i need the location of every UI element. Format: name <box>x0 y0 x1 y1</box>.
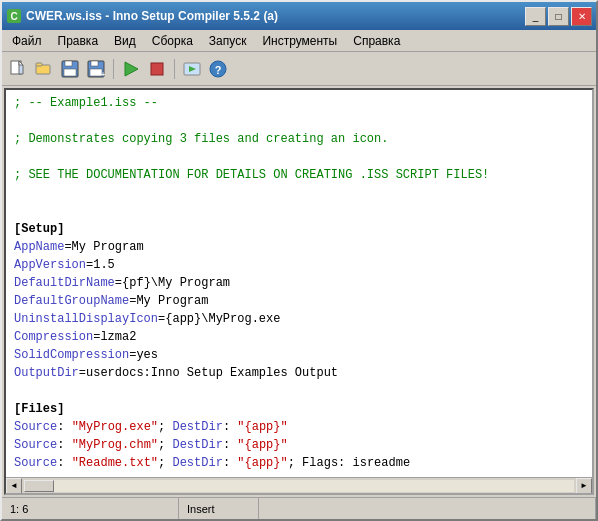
main-window: C CWER.ws.iss - Inno Setup Compiler 5.5.… <box>0 0 598 521</box>
svg-rect-8 <box>65 61 72 66</box>
line-16: OutputDir=userdocs:Inno Setup Examples O… <box>14 364 584 382</box>
menu-view[interactable]: Вид <box>106 32 144 50</box>
line-17 <box>14 382 584 400</box>
new-button[interactable] <box>6 57 30 81</box>
svg-rect-15 <box>151 63 163 75</box>
svg-text:+: + <box>101 71 105 78</box>
line-12: DefaultGroupName=My Program <box>14 292 584 310</box>
svg-rect-6 <box>36 63 42 66</box>
menu-edit[interactable]: Правка <box>50 32 107 50</box>
menu-help[interactable]: Справка <box>345 32 408 50</box>
scroll-right-button[interactable]: ► <box>576 478 592 494</box>
horizontal-scrollbar[interactable]: ◄ ► <box>6 477 592 493</box>
status-position: 1: 6 <box>2 498 179 519</box>
line-21: Source: "Readme.txt"; DestDir: "{app}"; … <box>14 454 584 472</box>
toolbar: + ? <box>2 52 596 86</box>
line-6 <box>14 184 584 202</box>
help-button[interactable]: ? <box>206 57 230 81</box>
save-button[interactable] <box>58 57 82 81</box>
svg-marker-14 <box>125 62 138 76</box>
scroll-track[interactable] <box>24 480 574 492</box>
menu-build[interactable]: Сборка <box>144 32 201 50</box>
menu-run[interactable]: Запуск <box>201 32 255 50</box>
status-bar: 1: 6 Insert <box>2 497 596 519</box>
close-button[interactable]: ✕ <box>571 7 592 26</box>
svg-text:?: ? <box>215 64 222 76</box>
window-title: CWER.ws.iss - Inno Setup Compiler 5.5.2 … <box>26 9 525 23</box>
compile-button[interactable] <box>119 57 143 81</box>
scroll-thumb[interactable] <box>24 480 54 492</box>
window-controls: _ □ ✕ <box>525 7 592 26</box>
line-10: AppVersion=1.5 <box>14 256 584 274</box>
line-8: [Setup] <box>14 220 584 238</box>
menu-file[interactable]: Файл <box>4 32 50 50</box>
line-15: SolidCompression=yes <box>14 346 584 364</box>
maximize-button[interactable]: □ <box>548 7 569 26</box>
line-4 <box>14 148 584 166</box>
run-button[interactable] <box>180 57 204 81</box>
line-5: ; SEE THE DOCUMENTATION FOR DETAILS ON C… <box>14 166 584 184</box>
app-icon: C <box>6 8 22 24</box>
line-9: AppName=My Program <box>14 238 584 256</box>
line-2 <box>14 112 584 130</box>
minimize-button[interactable]: _ <box>525 7 546 26</box>
svg-text:C: C <box>10 11 17 22</box>
saveas-button[interactable]: + <box>84 57 108 81</box>
scroll-left-button[interactable]: ◄ <box>6 478 22 494</box>
line-18: [Files] <box>14 400 584 418</box>
line-13: UninstallDisplayIcon={app}\MyProg.exe <box>14 310 584 328</box>
code-editor[interactable]: ; -- Example1.iss -- ; Demonstrates copy… <box>6 90 592 477</box>
line-14: Compression=lzma2 <box>14 328 584 346</box>
toolbar-sep-2 <box>174 59 175 79</box>
line-19: Source: "MyProg.exe"; DestDir: "{app}" <box>14 418 584 436</box>
line-1: ; -- Example1.iss -- <box>14 94 584 112</box>
status-mode: Insert <box>179 498 259 519</box>
svg-rect-9 <box>64 69 76 76</box>
title-bar: C CWER.ws.iss - Inno Setup Compiler 5.5.… <box>2 2 596 30</box>
editor-area[interactable]: ; -- Example1.iss -- ; Demonstrates copy… <box>4 88 594 495</box>
line-11: DefaultDirName={pf}\My Program <box>14 274 584 292</box>
menu-tools[interactable]: Инструменты <box>254 32 345 50</box>
status-extra <box>259 498 596 519</box>
open-button[interactable] <box>32 57 56 81</box>
menu-bar: Файл Правка Вид Сборка Запуск Инструмент… <box>2 30 596 52</box>
line-20: Source: "MyProg.chm"; DestDir: "{app}" <box>14 436 584 454</box>
stop-button[interactable] <box>145 57 169 81</box>
toolbar-sep-1 <box>113 59 114 79</box>
svg-rect-11 <box>91 61 98 66</box>
line-3: ; Demonstrates copying 3 files and creat… <box>14 130 584 148</box>
line-7 <box>14 202 584 220</box>
